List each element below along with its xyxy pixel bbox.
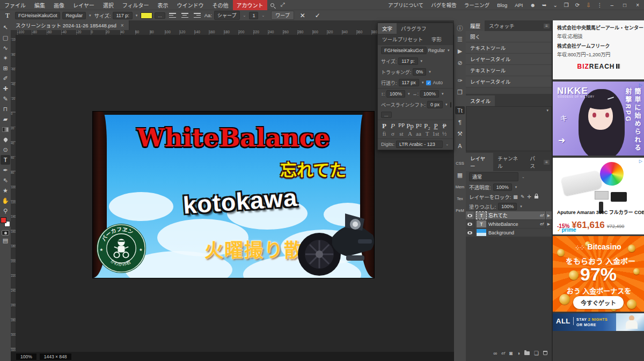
texture-panel-icon[interactable]: Tex — [455, 195, 465, 203]
font-family-select[interactable]: FGHeiseiKakuGot — [15, 12, 61, 19]
new-group-icon[interactable] — [524, 351, 530, 355]
memory-panel-icon[interactable]: Mem — [455, 183, 465, 191]
antialias-select[interactable]: シャープ — [214, 11, 239, 20]
menu-about[interactable]: アプリについて — [384, 0, 427, 10]
document-tab[interactable]: スクリーンショット 2024-11-26 185448.psd × — [11, 20, 129, 30]
healing-brush-tool[interactable]: ✚ — [1, 84, 10, 93]
chevron-down-icon[interactable]: ▾ — [545, 108, 550, 113]
menu-filter[interactable]: フィルター — [118, 0, 153, 10]
cancel-edit-button[interactable]: ✕ — [296, 12, 309, 19]
discretionary-ligatures-button[interactable]: st — [397, 130, 406, 137]
pem-panel-icon[interactable]: PeM — [455, 207, 465, 215]
tool-presets-panel-icon[interactable]: ⚒ — [455, 130, 465, 138]
product-title[interactable]: Aputure Amaran 300C フルカラー COB LEDビデオライト … — [557, 209, 641, 216]
tracking-input[interactable]: 0% — [413, 68, 426, 76]
stylistic-alternates-button[interactable]: aa — [414, 130, 423, 137]
panel-menu-icon[interactable]: ≡ — [544, 24, 550, 28]
css-panel-icon[interactable]: CSS — [455, 159, 465, 167]
menu-view[interactable]: 表示 — [153, 0, 173, 10]
fill-input[interactable]: 100% — [498, 203, 517, 210]
ad-nikke[interactable]: ▷ NIKKE GODDESS OF VICTORY キ ➜ 簡単に始められる射… — [553, 82, 644, 156]
history-item[interactable]: レイヤースタイル — [466, 54, 552, 65]
contextual-alternates-button[interactable]: σ — [389, 130, 397, 137]
history-item[interactable]: テキストツール — [466, 42, 552, 54]
layer-effects-badge[interactable]: ef — [540, 222, 545, 226]
menu-account[interactable]: アカウント — [233, 0, 267, 10]
tab-history[interactable]: 履歴 — [466, 20, 485, 31]
tab-swatches[interactable]: スウォッチ — [485, 20, 519, 31]
history-item[interactable]: レイヤースタイル — [466, 76, 552, 87]
menu-report-bug[interactable]: バグを報告 — [427, 0, 460, 10]
search-icon[interactable] — [267, 2, 277, 8]
more-options-button[interactable]: ... — [155, 12, 165, 19]
fullscreen-icon[interactable]: ⤢ — [277, 2, 288, 8]
lock-pixels-icon[interactable]: ✎ — [521, 194, 525, 200]
layer-visibility-toggle[interactable] — [466, 211, 474, 219]
link-layers-icon[interactable]: ∞ — [493, 350, 497, 356]
ordinals-button[interactable]: 1st — [431, 130, 440, 137]
superscript-button[interactable]: P² — [414, 122, 423, 130]
job-company[interactable]: 株式会社ゲームフリーク — [557, 42, 640, 49]
digits-select[interactable]: LTR Arabic - 123 — [396, 141, 443, 148]
crop-tool[interactable]: ⊞ — [1, 63, 10, 73]
tab-paths[interactable]: パス — [526, 153, 544, 171]
layer-style-icon[interactable]: ef — [501, 351, 505, 356]
stroke-select[interactable]: 1 — [249, 12, 258, 19]
swatches-panel-icon[interactable]: ❒ — [455, 89, 465, 97]
font-family-select[interactable]: FGHeiseiKakuGot — [381, 47, 427, 54]
brush-panel-icon[interactable]: ✑ — [455, 77, 465, 85]
close-tab-icon[interactable]: × — [121, 23, 124, 28]
hand-tool[interactable]: ✋ — [1, 196, 10, 205]
window-close-button[interactable]: × — [631, 2, 644, 8]
ad-hotel-banner[interactable]: ALL STAY 2 NIGHTS OR MORE — [553, 313, 644, 331]
strikethrough-button[interactable]: P — [440, 122, 449, 130]
foreground-color-swatch[interactable] — [1, 217, 6, 223]
more-options-button[interactable]: ... — [381, 112, 392, 118]
job-company[interactable]: 株式会社中央競馬ピーアール・センター — [557, 24, 640, 31]
twitter-icon[interactable]: ➥ — [539, 2, 550, 8]
expand-effects-icon[interactable]: ▶ — [545, 220, 552, 228]
hscale-input[interactable]: 100% — [420, 90, 439, 98]
fractions-button[interactable]: ½ — [440, 130, 449, 137]
expand-effects-icon[interactable]: ▶ — [545, 211, 552, 219]
vscale-input[interactable]: 100% — [386, 90, 405, 98]
kebab-menu-icon[interactable]: ⋮ — [594, 2, 606, 8]
font-style-select[interactable]: Regular — [428, 48, 445, 53]
history-item[interactable]: テキストツール — [466, 65, 552, 76]
layer-visibility-toggle[interactable] — [466, 220, 474, 228]
opacity-input[interactable]: 100% — [493, 183, 512, 191]
tab-channels[interactable]: チャンネル — [493, 153, 525, 171]
new-layer-icon[interactable]: ❏ — [534, 350, 539, 356]
adjustments-panel-icon[interactable]: ☰ — [455, 35, 465, 43]
dodge-tool[interactable]: ⊙ — [1, 145, 10, 154]
layer-thumbnail[interactable] — [477, 229, 486, 236]
window-minimize-button[interactable]: – — [606, 2, 619, 8]
type-tool[interactable]: T — [1, 155, 10, 165]
image-panel-icon[interactable]: ▦ — [455, 171, 465, 179]
quick-mask-button[interactable] — [2, 230, 9, 235]
layer-thumbnail[interactable]: T — [477, 220, 486, 227]
swash-button[interactable]: A — [406, 130, 414, 137]
layer-visibility-toggle[interactable] — [466, 229, 474, 237]
leading-input[interactable]: 117 px — [399, 79, 419, 86]
character-panel-icon[interactable]: Tt — [455, 106, 465, 114]
menu-api[interactable]: API — [511, 1, 526, 9]
window-maximize-button[interactable]: □ — [618, 2, 631, 8]
subscript-button[interactable]: P₂ — [423, 122, 431, 130]
add-mask-icon[interactable]: ◙ — [509, 350, 513, 356]
gradient-tool[interactable] — [1, 124, 10, 134]
ad-bitcasino[interactable]: ⁘⁘Bitcasino をもらおう 入金ボー 97% おう 入金ボーナスを 今す… — [553, 236, 644, 312]
layer-effects-badge[interactable]: ef — [540, 213, 545, 218]
menu-blog[interactable]: Blog — [493, 1, 511, 9]
size-input[interactable]: 117 p: — [398, 57, 418, 65]
new-document-icon[interactable]: ❐ — [561, 2, 572, 8]
blur-tool[interactable] — [1, 135, 10, 144]
all-caps-button[interactable]: PP — [397, 122, 406, 130]
lock-all-icon[interactable] — [535, 196, 538, 198]
paragraph-panel-icon[interactable]: ¶ — [455, 118, 465, 126]
lock-transparency-icon[interactable]: ▩ — [513, 194, 518, 200]
get-now-button[interactable]: 今すぐゲット — [573, 296, 624, 309]
titling-alternates-button[interactable]: T — [423, 130, 431, 137]
faux-italic-button[interactable]: P — [389, 122, 397, 130]
tab-glyphs[interactable]: 字形 — [427, 34, 446, 45]
